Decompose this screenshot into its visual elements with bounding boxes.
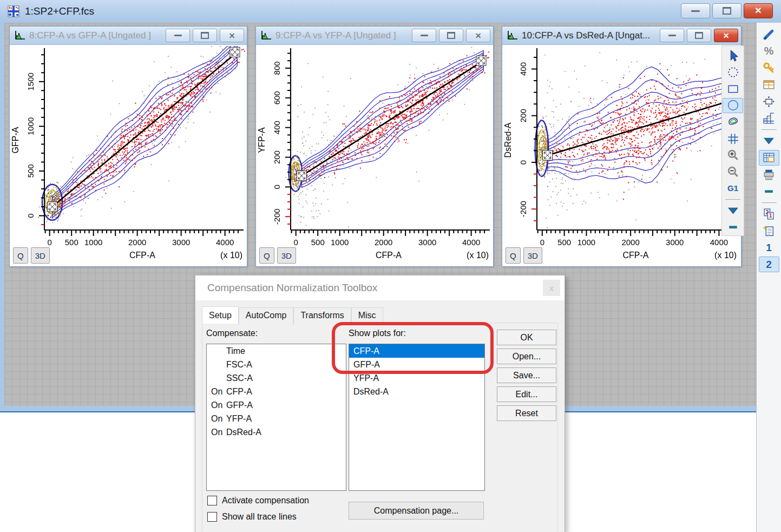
checkbox-activate[interactable]: Activate compensation: [207, 496, 309, 505]
save-button[interactable]: Save...: [497, 367, 556, 383]
scatter-plot-canvas[interactable]: [256, 45, 493, 266]
minimize-button[interactable]: [681, 3, 710, 18]
checkbox-box[interactable]: [207, 496, 217, 505]
pencil-icon[interactable]: [759, 27, 779, 42]
ellipse-gate-icon[interactable]: [723, 98, 743, 114]
rectangle-gate-icon[interactable]: [723, 81, 743, 97]
quadrant-button[interactable]: Q: [506, 247, 521, 264]
plot-minimize-button[interactable]: [166, 29, 190, 42]
show-plots-item-yfp-a[interactable]: YFP-A: [349, 371, 484, 385]
dialog-close-icon[interactable]: x: [543, 280, 560, 296]
threed-button[interactable]: 3D: [31, 247, 50, 264]
plot-window-3: 10:CFP-A vs DsRed-A [Ungat...✕Q3D: [502, 26, 741, 267]
checkbox-box[interactable]: [207, 512, 217, 522]
dialog-tabs: SetupAutoCompTransformsMisc: [202, 306, 383, 324]
tab-transforms[interactable]: Transforms: [293, 307, 351, 325]
plot-title-bar[interactable]: 9:CFP-A vs YFP-A [Ungated ]✕: [256, 27, 493, 45]
show-plots-item-dsred-a[interactable]: DsRed-A: [349, 385, 484, 398]
right-toolbar: %2112: [756, 23, 781, 532]
scatter-plot-canvas[interactable]: [10, 45, 247, 266]
close-button[interactable]: ✕: [744, 3, 773, 18]
pages-icon[interactable]: 21: [759, 206, 779, 222]
plot-corner-buttons: Q3D: [13, 247, 50, 264]
plot-close-button[interactable]: ✕: [466, 29, 490, 42]
toolbar-divider: [762, 202, 777, 203]
quadrant-button[interactable]: Q: [13, 247, 28, 264]
histogram-icon: [507, 30, 519, 41]
open-button[interactable]: Open...: [497, 349, 556, 364]
ok-button[interactable]: OK: [497, 330, 556, 345]
scatter-plot-canvas[interactable]: [502, 45, 741, 266]
page-2-button[interactable]: 2: [759, 257, 779, 272]
compensation-page-button[interactable]: Compensation page...: [349, 502, 484, 520]
page-2-label: 2: [766, 259, 772, 271]
dash-icon[interactable]: [723, 219, 743, 235]
dash-icon[interactable]: [759, 183, 779, 199]
threed-button[interactable]: 3D: [523, 247, 542, 264]
key-icon[interactable]: [759, 60, 779, 76]
show-plots-item-gfp-a[interactable]: GFP-A: [349, 358, 484, 371]
pointer-arrow-icon[interactable]: [723, 48, 743, 64]
plot-maximize-button[interactable]: [193, 29, 217, 42]
plot-window-title: 10:CFP-A vs DsRed-A [Ungat...: [522, 30, 650, 41]
plot-title-bar[interactable]: 10:CFP-A vs DsRed-A [Ungat...✕: [502, 27, 741, 45]
down-triangle-icon[interactable]: [759, 133, 779, 149]
step-chart-icon[interactable]: [759, 110, 779, 126]
plot-close-button[interactable]: ✕: [714, 29, 738, 42]
histogram-icon: [14, 30, 26, 41]
expand-icon[interactable]: [759, 94, 779, 109]
page-1-button[interactable]: 1: [759, 240, 779, 255]
channel-label: CFP-A: [226, 387, 252, 397]
quadrant-grid-icon[interactable]: [723, 131, 743, 147]
compensate-item-dsred-a[interactable]: OnDsRed-A: [207, 425, 346, 439]
polygon-gate-icon[interactable]: [723, 65, 743, 81]
channel-label: YFP-A: [226, 414, 252, 424]
plot-title-bar[interactable]: 8:CFP-A vs GFP-A [Ungated ]✕: [10, 27, 247, 45]
tab-misc[interactable]: Misc: [351, 307, 383, 325]
zoom-out-icon[interactable]: [723, 164, 743, 180]
percent-icon[interactable]: %: [759, 43, 779, 59]
compensate-item-fsc-a[interactable]: FSC-A: [207, 358, 346, 371]
zoom-in-icon[interactable]: [723, 147, 743, 163]
table-layout-icon[interactable]: [759, 77, 779, 93]
maximize-button[interactable]: [712, 3, 741, 18]
plot-minimize-button[interactable]: [660, 29, 684, 42]
plot-window-title: 9:CFP-A vs YFP-A [Ungated ]: [275, 30, 396, 41]
printer-icon[interactable]: [759, 167, 779, 182]
plot-window-1: 8:CFP-A vs GFP-A [Ungated ]✕Q3D: [9, 26, 247, 267]
svg-text:%: %: [764, 45, 774, 57]
plot-close-button[interactable]: ✕: [220, 29, 244, 42]
show-plots-label: Show plots for:: [349, 329, 406, 338]
plot-corner-buttons: Q3D: [506, 247, 542, 264]
show-plots-item-cfp-a[interactable]: CFP-A: [349, 344, 484, 358]
checkbox-show[interactable]: Show all trace lines: [207, 512, 297, 522]
freehand-gate-icon[interactable]: [723, 114, 743, 130]
tab-autocomp[interactable]: AutoComp: [239, 307, 294, 325]
compensate-on-flag: On: [207, 400, 226, 410]
compensate-item-gfp-a[interactable]: OnGFP-A: [207, 398, 346, 412]
show-plots-listbox[interactable]: CFP-AGFP-AYFP-ADsRed-A: [349, 344, 485, 491]
compensate-item-yfp-a[interactable]: OnYFP-A: [207, 412, 346, 425]
reset-button[interactable]: Reset: [497, 405, 556, 421]
plot-minimize-button[interactable]: [412, 29, 436, 42]
new-document-icon[interactable]: [759, 223, 779, 239]
threed-button[interactable]: 3D: [277, 247, 296, 264]
histogram-icon: [260, 30, 272, 41]
compensate-item-cfp-a[interactable]: OnCFP-A: [207, 385, 346, 398]
data-grid-icon[interactable]: [759, 150, 779, 166]
quadrant-button[interactable]: Q: [259, 247, 274, 264]
edit-button[interactable]: Edit...: [497, 386, 556, 402]
dialog-title-bar[interactable]: Compensation Normalization Toolbox x: [195, 275, 565, 300]
plot-maximize-button[interactable]: [687, 29, 711, 42]
compensate-item-time[interactable]: Time: [207, 344, 346, 358]
compensate-on-flag: On: [207, 387, 226, 397]
channel-label: DsRed-A: [226, 428, 261, 437]
down-triangle-icon[interactable]: [723, 203, 743, 219]
channel-label: FSC-A: [226, 360, 252, 370]
g1-gate-button[interactable]: G1: [723, 180, 743, 196]
compensate-item-ssc-a[interactable]: SSC-A: [207, 371, 346, 385]
compensate-listbox[interactable]: TimeFSC-ASSC-AOnCFP-AOnGFP-AOnYFP-AOnDsR…: [206, 344, 346, 491]
tab-setup[interactable]: Setup: [202, 306, 239, 324]
channel-label: Time: [226, 346, 245, 356]
plot-maximize-button[interactable]: [439, 29, 463, 42]
